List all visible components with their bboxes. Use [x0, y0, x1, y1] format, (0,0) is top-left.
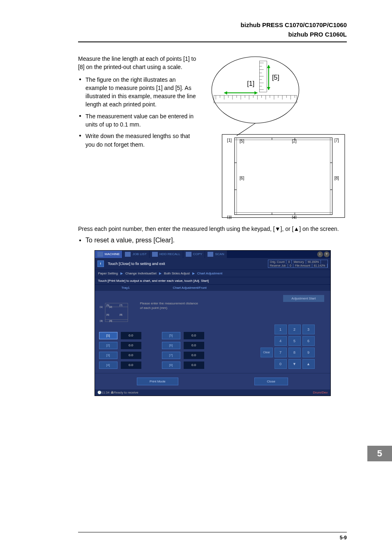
info-icon[interactable]: i [317, 251, 323, 257]
header-line1: bizhub PRESS C1070/C1070P/C1060 [78, 21, 347, 30]
svg-text:[7]: [7] [120, 304, 122, 306]
screen-tabs: MACHINE JOB LIST HDD RECALL COPY SCAN i … [95, 251, 330, 258]
info-badge-icon: i [97, 260, 104, 267]
point-5-button[interactable]: [5] [162, 332, 180, 339]
point-7-value: 0.0 [184, 352, 204, 359]
svg-line-40 [237, 123, 256, 136]
tab-copy[interactable]: COPY [183, 251, 205, 258]
key-9[interactable]: 9 [302, 348, 315, 357]
tab-hdd[interactable]: HDD RECALL [150, 251, 183, 258]
svg-text:[1]: [1] [100, 306, 103, 308]
screen-instruction: Touch [Print Mode] to output a chart, an… [95, 277, 330, 284]
bullet-2: The measurement value can be entered in … [85, 112, 197, 129]
svg-text:[6]: [6] [240, 176, 244, 180]
mini-chart-diagram: [1][5] [2][7] [6][8] [3][4] [99, 301, 134, 324]
clock-icon: 🕐 [97, 391, 101, 394]
stat-file-label: File Amount [293, 264, 312, 267]
diagram-hint: Please enter the measurement distance of… [140, 301, 198, 324]
svg-text:[6]: [6] [106, 313, 109, 316]
svg-text:[7]: [7] [334, 138, 339, 143]
breadcrumb: Paper Setting▶ Change IndividualSet▶ Bot… [95, 269, 330, 277]
svg-text:[2]: [2] [292, 139, 296, 143]
point-2-button[interactable]: [2] [99, 342, 118, 349]
print-mode-button[interactable]: Print Mode [137, 378, 178, 385]
point-7-button[interactable]: [7] [162, 352, 180, 359]
bullet-3: Write down the measured lengths so that … [85, 132, 197, 149]
svg-text:[5]: [5] [272, 74, 279, 81]
bullet-reset: To reset a value, press [Clear]. [85, 237, 175, 244]
stat-orig-label: Orig. Count [268, 260, 287, 264]
svg-text:[1]: [1] [247, 80, 254, 87]
key-7[interactable]: 7 [274, 348, 287, 357]
info-message: Touch [Close] to fix setting and exit [108, 262, 165, 266]
key-1[interactable]: 1 [274, 325, 287, 334]
measurement-diagram: [1] [5] [1] [5] [2] [7] [205, 55, 347, 219]
key-3[interactable]: 3 [302, 325, 315, 334]
scan-icon [208, 252, 213, 257]
point-5-value: 0.0 [184, 332, 204, 339]
machine-icon [97, 252, 103, 257]
svg-text:[3]: [3] [100, 320, 103, 322]
hdd-icon [152, 252, 158, 257]
bullet-list: The figure on the right illustrates an e… [78, 76, 197, 149]
key-0[interactable]: 0 [274, 359, 287, 369]
copy-icon [186, 252, 191, 257]
help-icon[interactable]: ? [324, 251, 330, 257]
footer-page-number: 5-9 [340, 535, 347, 541]
point-6-button[interactable]: [6] [162, 342, 180, 349]
svg-marker-36 [267, 65, 270, 68]
key-2[interactable]: 2 [288, 325, 301, 334]
page-header: bizhub PRESS C1070/C1070P/C1060 bizhub P… [78, 21, 347, 39]
key-8[interactable]: 8 [288, 348, 301, 357]
close-button[interactable]: Close [254, 378, 288, 385]
adjustment-start-button[interactable]: Adjustment Start [283, 295, 324, 302]
printer-screen: MACHINE JOB LIST HDD RECALL COPY SCAN i … [95, 250, 331, 396]
svg-text:[8]: [8] [334, 176, 339, 180]
status-drum: Drum/Dev [313, 391, 327, 394]
key-6[interactable]: 6 [302, 336, 315, 346]
status-bar: 🕐11:34 🖶Ready to receive Drum/Dev [95, 389, 330, 396]
tab-joblist[interactable]: JOB LIST [122, 251, 150, 258]
point-1-value: 0.0 [121, 332, 141, 339]
svg-marker-37 [267, 87, 270, 90]
point-2-value: 0.0 [121, 342, 141, 349]
key-5[interactable]: 5 [288, 336, 301, 346]
point-3-button[interactable]: [3] [99, 352, 118, 359]
stat-orig-value: 0 [286, 260, 292, 264]
svg-marker-33 [224, 91, 227, 94]
svg-rect-22 [260, 61, 267, 92]
point-3-value: 0.0 [121, 352, 141, 359]
point-8-value: 0.0 [184, 362, 204, 369]
key-up[interactable]: ▲ [302, 359, 315, 369]
point-4-value: 0.0 [121, 362, 141, 369]
subhead-tray: Tray1 [95, 285, 157, 291]
stat-res-label: Reserve Job [268, 264, 288, 267]
stat-res-value: 0 [288, 264, 293, 267]
key-4[interactable]: 4 [274, 336, 287, 346]
stat-mem-label: Memory [292, 260, 306, 264]
header-rule [78, 41, 347, 42]
svg-text:[4]: [4] [292, 215, 296, 219]
bullet-1: The figure on the right illustrates an e… [85, 76, 197, 109]
subheader: Tray1 Chart Adjustment/Front [95, 284, 330, 291]
instruction-para: Press each point number, then enter the … [78, 225, 347, 233]
subhead-front: Chart Adjustment/Front [157, 285, 223, 291]
bc-change-individual: Change IndividualSet [125, 272, 157, 275]
svg-text:[1]: [1] [227, 138, 232, 143]
svg-text:[5]: [5] [106, 304, 109, 306]
header-line2: bizhub PRO C1060L [78, 30, 347, 39]
svg-text:[3]: [3] [227, 215, 232, 219]
tab-machine[interactable]: MACHINE [95, 251, 123, 258]
stat-mem-value: 90.200% [306, 260, 321, 264]
keypad: 123 456 Clear789 0▼▲ [261, 325, 326, 369]
list-icon [125, 252, 131, 257]
point-1-button[interactable]: [1] [99, 332, 118, 339]
key-clear[interactable]: Clear [261, 348, 273, 357]
tab-scan[interactable]: SCAN [205, 251, 227, 258]
section-number: 5 [367, 446, 392, 461]
bc-chart-adjust: Chart Adjustment [197, 272, 222, 275]
key-down[interactable]: ▼ [288, 359, 301, 369]
point-8-button[interactable]: [8] [162, 362, 180, 369]
point-4-button[interactable]: [4] [99, 362, 118, 369]
svg-rect-1 [214, 95, 297, 103]
